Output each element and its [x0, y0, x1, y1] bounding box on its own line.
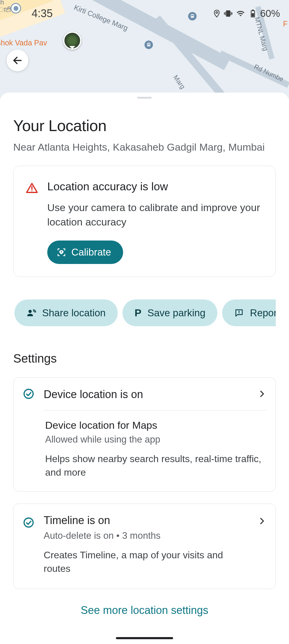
back-button[interactable]: [7, 50, 28, 71]
report-icon: [234, 308, 244, 318]
report-chip[interactable]: Report: [222, 299, 276, 326]
map-street-label: Marg: [172, 74, 187, 90]
svg-point-7: [61, 251, 62, 253]
svg-point-8: [29, 310, 32, 313]
svg-point-6: [31, 190, 33, 192]
share-location-chip[interactable]: Share location: [14, 299, 118, 326]
share-person-icon: [26, 308, 36, 318]
chevron-right-icon: [257, 517, 266, 527]
svg-point-10: [239, 313, 239, 314]
svg-point-11: [24, 389, 33, 398]
warning-icon: [26, 182, 38, 264]
device-location-sub-status: Allowed while using the app: [45, 434, 263, 445]
svg-rect-3: [252, 13, 254, 17]
status-bar: 4:35 60%: [0, 0, 289, 27]
calibrate-button-label: Calibrate: [71, 247, 111, 258]
chip-label: Save parking: [148, 307, 206, 319]
device-location-sub-desc: Helps show nearby search results, real-t…: [45, 452, 263, 479]
location-pin-icon: [213, 9, 221, 18]
save-parking-chip[interactable]: P Save parking: [123, 299, 217, 326]
battery-icon: [249, 9, 257, 18]
settings-heading: Settings: [13, 352, 276, 365]
device-location-sub-title: Device location for Maps: [45, 419, 263, 431]
calibrate-button[interactable]: Calibrate: [47, 241, 123, 264]
parking-icon: P: [135, 307, 141, 319]
vibrate-icon: [224, 9, 232, 18]
bottom-sheet[interactable]: Your Location Near Atlanta Heights, Kaka…: [0, 93, 289, 644]
svg-point-12: [24, 518, 33, 527]
device-location-card[interactable]: Device location is on Device location fo…: [13, 377, 276, 492]
wifi-icon: [235, 9, 246, 18]
timeline-card[interactable]: Timeline is on Auto-delete is on • 3 mon…: [13, 504, 276, 589]
svg-rect-2: [252, 10, 254, 11]
status-time: 4:35: [32, 7, 53, 20]
accuracy-description: Use your camera to calibrate and improve…: [47, 201, 263, 229]
check-circle-icon: [23, 388, 35, 401]
nav-bar-handle[interactable]: [116, 637, 173, 639]
timeline-row[interactable]: Timeline is on Auto-delete is on • 3 mon…: [14, 504, 275, 578]
battery-percentage: 60%: [260, 8, 280, 19]
calibrate-icon: [56, 247, 67, 257]
page-title: Your Location: [13, 117, 276, 135]
location-address: Near Atlanta Heights, Kakasaheb Gadgil M…: [13, 141, 276, 153]
accuracy-title: Location accuracy is low: [47, 180, 263, 193]
chip-label: Report: [250, 307, 276, 319]
transit-stop-icon[interactable]: [144, 41, 153, 49]
map-poi-label[interactable]: shok Vada Pav: [0, 38, 47, 47]
chip-label: Share location: [42, 307, 106, 319]
action-chips-row[interactable]: Share location P Save parking Report: [14, 299, 276, 326]
see-more-location-settings[interactable]: See more location settings: [13, 604, 276, 617]
device-location-sub[interactable]: Device location for Maps Allowed while u…: [14, 410, 275, 491]
svg-point-0: [216, 12, 218, 14]
map-photo-pin[interactable]: [63, 32, 81, 50]
timeline-status: Auto-delete is on • 3 months: [44, 530, 248, 541]
sheet-drag-handle[interactable]: [137, 97, 152, 99]
timeline-title: Timeline is on: [44, 514, 248, 527]
accuracy-warning-card: Location accuracy is low Use your camera…: [13, 166, 276, 277]
chevron-right-icon: [257, 389, 266, 400]
arrow-left-icon: [12, 55, 23, 66]
check-circle-icon: [23, 517, 35, 530]
device-location-title: Device location is on: [44, 388, 248, 401]
timeline-desc: Creates Timeline, a map of your visits a…: [44, 548, 248, 575]
device-location-row[interactable]: Device location is on: [14, 378, 275, 410]
